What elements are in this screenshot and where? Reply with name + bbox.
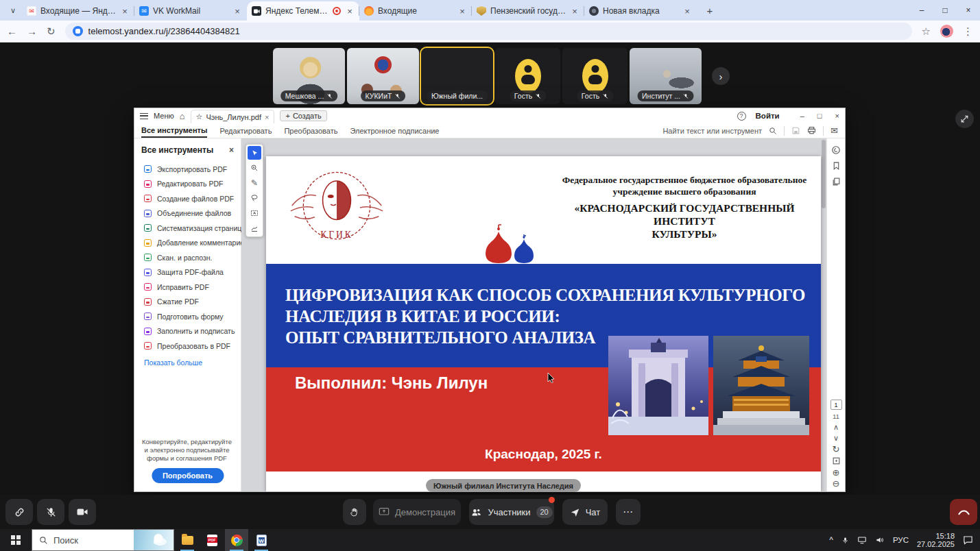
participant-tile-guest[interactable]: Гость: [562, 48, 628, 104]
taskbar-file-explorer[interactable]: [176, 529, 199, 551]
page-number-input[interactable]: 1: [830, 400, 842, 410]
zoom-out-icon[interactable]: ⊖: [833, 480, 840, 487]
tool-item-compress-pdf[interactable]: Сжатие PDF: [141, 295, 241, 310]
tray-network-icon[interactable]: [857, 536, 867, 544]
sign-in-button[interactable]: Войти: [756, 112, 780, 120]
show-more-link[interactable]: Показать больше: [144, 358, 241, 367]
hamburger-menu-icon[interactable]: [140, 113, 148, 119]
tool-item-organize-pages[interactable]: Систематизация страниц: [141, 221, 241, 236]
forward-icon[interactable]: →: [27, 25, 37, 37]
chat-button[interactable]: Чат: [562, 499, 608, 525]
end-call-button[interactable]: [950, 499, 977, 525]
fullscreen-expand-button[interactable]: [955, 110, 974, 128]
fit-page-icon[interactable]: [832, 456, 841, 465]
tab-vk-workmail[interactable]: ✉ VK WorkMail ×: [134, 1, 247, 21]
strip-next-button[interactable]: ›: [712, 67, 730, 85]
select-tool-button[interactable]: [248, 146, 261, 160]
tool-item-fill-sign[interactable]: Заполнить и подписать: [141, 324, 241, 339]
close-button[interactable]: ×: [957, 0, 980, 21]
tool-item-protect-pdf[interactable]: Защита PDF-файла: [141, 265, 241, 280]
close-icon[interactable]: ×: [232, 6, 242, 16]
tool-item-add-comments[interactable]: Добавление комментариев: [141, 236, 241, 251]
print-icon[interactable]: [807, 126, 816, 135]
close-icon[interactable]: ×: [229, 145, 234, 155]
participant-tile[interactable]: Институт ...: [630, 48, 702, 104]
rotate-icon[interactable]: ↻: [833, 445, 840, 453]
taskbar-clock[interactable]: 15:18 27.02.2025: [917, 532, 955, 548]
close-button[interactable]: ×: [835, 112, 839, 120]
tool-item-scan-ocr[interactable]: Скан. и распозн.: [141, 250, 241, 265]
page-down-icon[interactable]: ∨: [833, 434, 839, 442]
participant-tile-guest[interactable]: Гость: [495, 48, 560, 104]
ribbon-tab-edit[interactable]: Редактировать: [219, 125, 272, 137]
tool-item-combine-files[interactable]: Объединение файлов: [141, 206, 241, 221]
close-icon[interactable]: ×: [570, 6, 579, 16]
ribbon-tab-convert[interactable]: Преобразовать: [284, 125, 337, 137]
microphone-muted-button[interactable]: [37, 499, 64, 525]
tool-item-prepare-form[interactable]: Подготовить форму: [141, 309, 241, 324]
language-indicator[interactable]: РУС: [893, 536, 909, 544]
invite-link-button[interactable]: [5, 499, 33, 525]
participant-tile-active-speaker[interactable]: Южный фили...: [421, 48, 493, 104]
ribbon-tab-esign[interactable]: Электронное подписание: [350, 125, 439, 137]
text-box-tool-button[interactable]: [248, 206, 261, 220]
tab-new[interactable]: Новая вкладка ×: [584, 1, 697, 21]
bookmark-star-icon[interactable]: ☆: [922, 25, 931, 38]
tray-mic-icon[interactable]: [841, 536, 849, 545]
tool-item-convert-to-pdf[interactable]: Преобразовать в PDF: [141, 339, 241, 354]
taskbar-search-box[interactable]: Поиск: [32, 529, 174, 551]
minimize-button[interactable]: –: [800, 112, 804, 120]
maximize-button[interactable]: □: [817, 112, 822, 120]
mail-icon[interactable]: ✉: [830, 125, 838, 136]
minimize-button[interactable]: –: [910, 0, 933, 21]
tab-search-chevron-icon[interactable]: ∨: [4, 1, 22, 19]
search-icon[interactable]: [769, 127, 777, 135]
participants-button[interactable]: Участники 20: [469, 499, 554, 525]
zoom-tool-button[interactable]: [248, 161, 261, 175]
search-daily-image[interactable]: [134, 530, 174, 550]
page-up-icon[interactable]: ∧: [833, 424, 839, 431]
document-scrollbar[interactable]: [822, 140, 826, 208]
tool-item-edit-pdf[interactable]: Редактировать PDF: [141, 177, 241, 192]
screen-share-button[interactable]: Демонстрация: [373, 499, 461, 525]
taskbar-word[interactable]: W: [250, 529, 273, 551]
close-icon[interactable]: ×: [120, 6, 130, 16]
tab-inbox[interactable]: Входящие ×: [359, 1, 472, 21]
home-icon[interactable]: ⌂: [180, 111, 185, 121]
restore-button[interactable]: □: [933, 0, 957, 21]
annotate-pencil-button[interactable]: ✎: [248, 176, 261, 190]
zoom-in-icon[interactable]: ⊕: [833, 469, 840, 476]
tab-yandex-mail[interactable]: ✉ Входящие — Яндекс Почта ×: [22, 1, 134, 21]
more-options-button[interactable]: ⋯: [616, 499, 641, 525]
start-button[interactable]: [0, 529, 32, 551]
comments-icon[interactable]: [831, 145, 841, 155]
raise-hand-button[interactable]: [343, 499, 366, 525]
participant-tile[interactable]: КУКИиТ: [347, 48, 419, 104]
lasso-tool-button[interactable]: [248, 191, 261, 205]
reload-icon[interactable]: ↻: [47, 25, 56, 38]
tab-telemost-active[interactable]: Яндекс Телемост ×: [247, 1, 359, 21]
kebab-menu-icon[interactable]: ⋮: [963, 25, 973, 38]
tray-expand-icon[interactable]: ^: [829, 535, 833, 545]
close-icon[interactable]: ×: [457, 6, 467, 16]
address-bar[interactable]: telemost.yandex.ru/j/23864404384821: [65, 23, 912, 40]
participant-tile[interactable]: Мешкова ...: [273, 48, 345, 104]
menu-label[interactable]: Меню: [154, 112, 174, 120]
pages-icon[interactable]: [832, 177, 841, 186]
new-tab-button[interactable]: +: [701, 1, 719, 19]
tool-item-repair-pdf[interactable]: Исправить PDF: [141, 280, 241, 295]
search-label[interactable]: Найти текст или инструмент: [662, 127, 762, 135]
profile-avatar[interactable]: [940, 25, 953, 38]
try-button[interactable]: Попробовать: [152, 468, 224, 483]
tab-penza-university[interactable]: Пензенский государственный ×: [472, 1, 584, 21]
help-icon[interactable]: ?: [737, 112, 746, 121]
tray-volume-icon[interactable]: [875, 536, 885, 544]
star-icon[interactable]: ☆: [196, 112, 203, 121]
back-icon[interactable]: ←: [7, 25, 17, 37]
stamp-sign-tool-button[interactable]: [248, 221, 261, 235]
close-icon[interactable]: ×: [345, 6, 355, 16]
document-tab[interactable]: ☆ Чэнь_Лилун.pdf ×: [191, 110, 275, 123]
tool-item-export-pdf[interactable]: Экспортировать PDF: [141, 162, 241, 177]
action-center-icon[interactable]: [963, 535, 973, 545]
close-icon[interactable]: ×: [682, 6, 692, 16]
